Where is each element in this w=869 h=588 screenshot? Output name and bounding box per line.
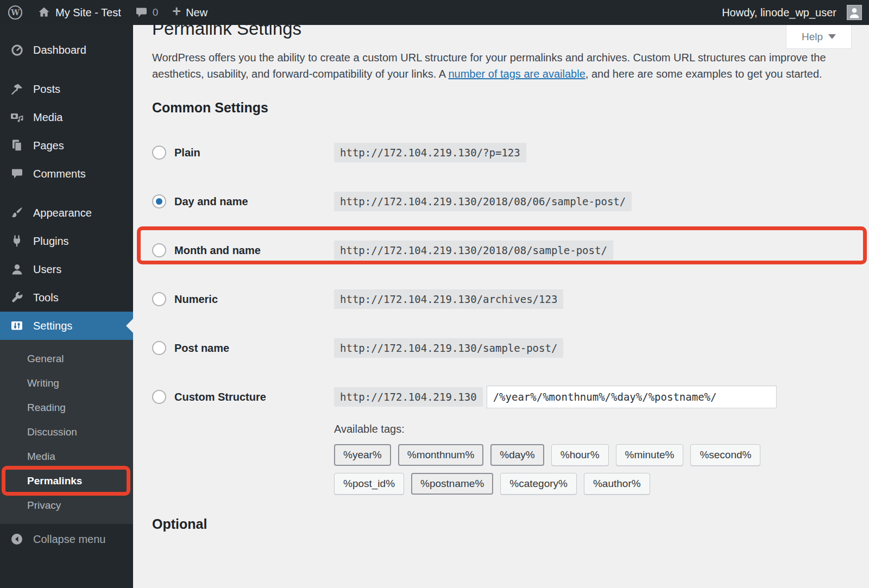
tags-available-link[interactable]: number of tags are available [448,68,585,80]
home-icon [37,6,51,19]
brush-icon [10,206,24,220]
option-label: Month and name [174,244,261,257]
site-name-link[interactable]: My Site - Test [30,0,128,25]
radio-post-name[interactable] [152,341,166,355]
plug-icon [10,234,24,248]
option-label: Plain [174,147,200,159]
comment-icon [10,167,24,181]
sidebar-item-users[interactable]: Users [0,255,133,283]
radio-month-and-name[interactable] [152,243,166,257]
sliders-icon [10,319,24,333]
collapse-arrow-icon [10,532,24,546]
tag-button-year[interactable]: %year% [334,444,391,466]
admin-sidebar: Dashboard Posts Media [0,25,133,588]
help-button[interactable]: Help [786,25,852,49]
optional-heading: Optional [152,516,850,532]
sidebar-item-label: Dashboard [33,44,86,56]
available-tags-section: Available tags: %year% %monthnum% %day% … [334,423,850,495]
custom-structure-url-prefix: http://172.104.219.130 [334,387,483,407]
svg-text:W: W [10,8,20,17]
collapse-menu-label: Collapse menu [33,533,105,546]
available-tags-label: Available tags: [334,423,850,435]
option-label: Post name [174,342,229,355]
radio-plain[interactable] [152,146,166,160]
new-content-button[interactable]: + New [165,0,215,25]
site-name-label: My Site - Test [55,7,121,19]
comment-bubble-icon [135,7,148,18]
sidebar-item-label: Comments [33,168,86,180]
option-example-cell: http://172.104.219.130/?p=123 [334,147,526,159]
submenu-item-media[interactable]: Media [0,444,133,469]
submenu-item-writing[interactable]: Writing [0,371,133,395]
option-label-cell: Custom Structure [152,390,334,404]
sidebar-item-comments[interactable]: Comments [0,160,133,188]
tag-button-post-id[interactable]: %post_id% [334,473,404,495]
radio-day-and-name[interactable] [152,194,166,208]
radio-numeric[interactable] [152,292,166,306]
sidebar-item-label: Plugins [33,235,69,248]
example-url: http://172.104.219.130/archives/123 [334,289,563,309]
help-label: Help [802,31,823,43]
option-row-day-and-name: Day and name http://172.104.219.130/2018… [152,177,850,226]
option-label-cell: Month and name [152,243,334,257]
tag-button-category[interactable]: %category% [500,473,577,495]
pages-icon [10,138,24,153]
option-label-cell: Day and name [152,194,334,208]
tag-button-second[interactable]: %second% [690,444,760,466]
active-item-arrow [126,319,133,333]
common-settings-heading: Common Settings [152,100,850,116]
custom-structure-cell: http://172.104.219.130 [334,385,777,408]
option-label: Custom Structure [174,391,266,403]
sidebar-item-posts[interactable]: Posts [0,75,133,103]
plus-icon: + [172,4,181,19]
tag-button-monthnum[interactable]: %monthnum% [398,444,484,466]
admin-bar-comments-link[interactable]: 0 [128,0,166,25]
user-icon [10,262,24,276]
submenu-item-permalinks[interactable]: Permalinks [0,469,133,493]
sidebar-item-label: Appearance [33,207,92,219]
settings-submenu: General Writing Reading Discussion Media… [0,340,133,524]
radio-custom-structure[interactable] [152,390,166,404]
submenu-item-privacy[interactable]: Privacy [0,493,133,517]
custom-structure-input[interactable] [487,385,777,408]
wordpress-logo-icon: W [7,4,23,21]
collapse-menu-button[interactable]: Collapse menu [0,525,133,553]
sidebar-item-media[interactable]: Media [0,103,133,131]
option-label-cell: Numeric [152,292,334,306]
submenu-item-general[interactable]: General [0,346,133,371]
sidebar-item-pages[interactable]: Pages [0,131,133,160]
example-url: http://172.104.219.130/?p=123 [334,143,526,162]
sidebar-item-label: Users [33,263,61,276]
option-label-cell: Post name [152,341,334,355]
account-menu-link[interactable]: Howdy, linode_wp_user [715,0,869,25]
wrench-icon [10,290,24,305]
tag-button-postname[interactable]: %postname% [411,473,493,495]
option-label-cell: Plain [152,146,334,160]
example-url: http://172.104.219.130/sample-post/ [334,338,563,358]
sidebar-item-plugins[interactable]: Plugins [0,227,133,255]
wp-logo-button[interactable]: W [0,0,30,25]
sidebar-item-appearance[interactable]: Appearance [0,199,133,227]
intro-paragraph: WordPress offers you the ability to crea… [152,50,837,82]
submenu-item-reading[interactable]: Reading [0,395,133,420]
admin-bar-left: W My Site - Test 0 + New [0,0,215,25]
comment-count: 0 [153,7,159,18]
avatar [847,5,862,20]
sidebar-item-settings[interactable]: Settings [0,312,133,340]
dashboard-icon [10,43,24,57]
option-row-numeric: Numeric http://172.104.219.130/archives/… [152,275,850,324]
tag-button-author[interactable]: %author% [584,473,650,495]
sidebar-item-label: Pages [33,140,64,152]
tag-button-minute[interactable]: %minute% [616,444,684,466]
option-row-month-and-name: Month and name http://172.104.219.130/20… [152,226,850,275]
tag-button-row: %post_id% %postname% %category% %author% [334,473,850,495]
submenu-item-discussion[interactable]: Discussion [0,420,133,444]
option-row-plain: Plain http://172.104.219.130/?p=123 [152,128,850,177]
admin-bar: W My Site - Test 0 + New [0,0,869,25]
sidebar-item-tools[interactable]: Tools [0,283,133,312]
tag-button-hour[interactable]: %hour% [551,444,609,466]
menu-separator [0,64,133,75]
tag-button-day[interactable]: %day% [490,444,544,466]
pushpin-icon [10,82,24,96]
sidebar-item-dashboard[interactable]: Dashboard [0,36,133,64]
